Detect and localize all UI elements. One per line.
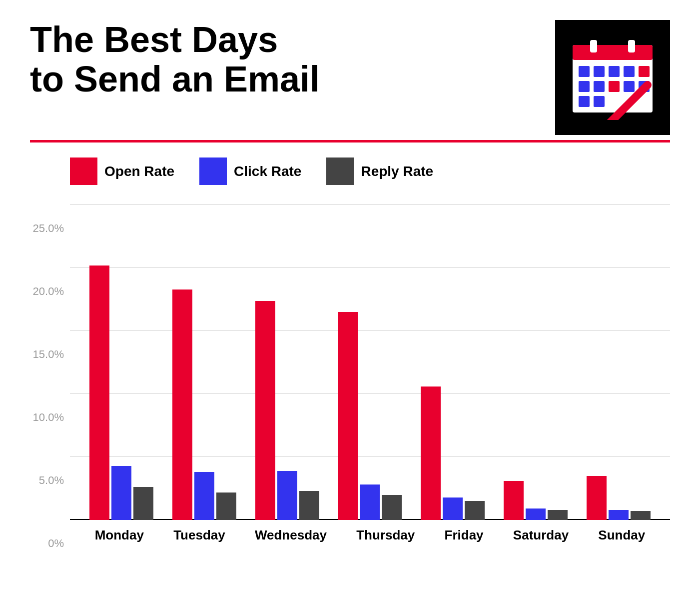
legend-click-rate: Click Rate xyxy=(199,158,301,185)
chart-body: MondayTuesdayWednesdayThursdayFridaySatu… xyxy=(70,205,670,545)
bars-wrapper xyxy=(504,481,568,520)
header-section: The Best Days to Send an Email xyxy=(30,20,670,135)
reply-rate-bar xyxy=(216,492,236,520)
day-group xyxy=(587,476,651,520)
svg-rect-15 xyxy=(594,96,605,107)
reply-rate-color xyxy=(326,158,354,185)
svg-rect-12 xyxy=(624,81,635,92)
legend-open-rate: Open Rate xyxy=(70,158,174,185)
days-labels: MondayTuesdayWednesdayThursdayFridaySatu… xyxy=(70,520,670,545)
click-rate-bar xyxy=(194,472,214,520)
y-axis-label: 10.0% xyxy=(33,411,64,424)
y-axis-label: 5.0% xyxy=(39,474,64,487)
click-rate-bar xyxy=(360,484,380,520)
reply-rate-label: Reply Rate xyxy=(361,164,433,180)
day-label: Saturday xyxy=(513,528,569,543)
day-group xyxy=(504,481,568,520)
click-rate-bar xyxy=(111,466,131,520)
legend-reply-rate: Reply Rate xyxy=(326,158,433,185)
day-label: Tuesday xyxy=(173,528,225,543)
svg-rect-6 xyxy=(609,66,620,77)
svg-rect-9 xyxy=(579,81,590,92)
bars-wrapper xyxy=(587,476,651,520)
click-rate-bar xyxy=(443,498,463,520)
open-rate-bar xyxy=(89,266,109,520)
day-group xyxy=(255,301,319,520)
day-group xyxy=(172,290,236,520)
open-rate-bar xyxy=(338,312,358,520)
reply-rate-bar xyxy=(548,510,568,520)
svg-rect-4 xyxy=(579,66,590,77)
reply-rate-bar xyxy=(631,511,651,520)
click-rate-bar xyxy=(609,510,629,520)
chart-area: 25.0%20.0%15.0%10.0%5.0%0% MondayTuesday… xyxy=(30,205,670,545)
svg-rect-8 xyxy=(639,66,650,77)
svg-rect-11 xyxy=(609,81,620,92)
day-label: Friday xyxy=(445,528,484,543)
day-label: Thursday xyxy=(356,528,415,543)
reply-rate-bar xyxy=(465,501,485,520)
y-axis: 25.0%20.0%15.0%10.0%5.0%0% xyxy=(30,205,70,545)
open-rate-color xyxy=(70,158,97,185)
red-divider xyxy=(30,140,670,142)
day-group xyxy=(89,266,153,520)
bars-wrapper xyxy=(172,290,236,520)
page-container: The Best Days to Send an Email xyxy=(0,0,700,600)
legend: Open Rate Click Rate Reply Rate xyxy=(30,158,670,185)
bars-wrapper xyxy=(338,312,402,520)
bars-container xyxy=(70,205,670,520)
y-axis-label: 15.0% xyxy=(33,348,64,361)
calendar-icon-box xyxy=(555,20,670,135)
svg-rect-5 xyxy=(594,66,605,77)
day-label: Sunday xyxy=(598,528,645,543)
click-rate-label: Click Rate xyxy=(234,164,301,180)
click-rate-color xyxy=(199,158,227,185)
bars-wrapper xyxy=(421,386,485,520)
svg-rect-14 xyxy=(579,96,590,107)
open-rate-bar xyxy=(421,386,441,520)
reply-rate-bar xyxy=(299,491,319,520)
reply-rate-bar xyxy=(382,495,402,520)
bars-wrapper xyxy=(89,266,153,520)
y-axis-label: 25.0% xyxy=(33,222,64,235)
svg-rect-1 xyxy=(573,45,653,60)
title-line1: The Best Days xyxy=(30,20,278,60)
open-rate-bar xyxy=(587,476,607,520)
y-axis-label: 0% xyxy=(48,537,64,550)
svg-rect-3 xyxy=(628,40,635,52)
day-group xyxy=(338,312,402,520)
y-axis-label: 20.0% xyxy=(33,285,64,298)
svg-rect-7 xyxy=(624,66,635,77)
svg-rect-2 xyxy=(590,40,597,52)
open-rate-bar xyxy=(255,301,275,520)
day-label: Monday xyxy=(95,528,144,543)
open-rate-bar xyxy=(172,290,192,520)
title-line2: to Send an Email xyxy=(30,59,320,99)
reply-rate-bar xyxy=(133,487,153,520)
click-rate-bar xyxy=(277,471,297,520)
open-rate-label: Open Rate xyxy=(104,164,174,180)
page-title: The Best Days to Send an Email xyxy=(30,20,555,99)
open-rate-bar xyxy=(504,481,524,520)
day-label: Wednesday xyxy=(255,528,327,543)
svg-rect-10 xyxy=(594,81,605,92)
click-rate-bar xyxy=(526,508,546,520)
day-group xyxy=(421,386,485,520)
bars-wrapper xyxy=(255,301,319,520)
calendar-icon xyxy=(568,35,658,120)
